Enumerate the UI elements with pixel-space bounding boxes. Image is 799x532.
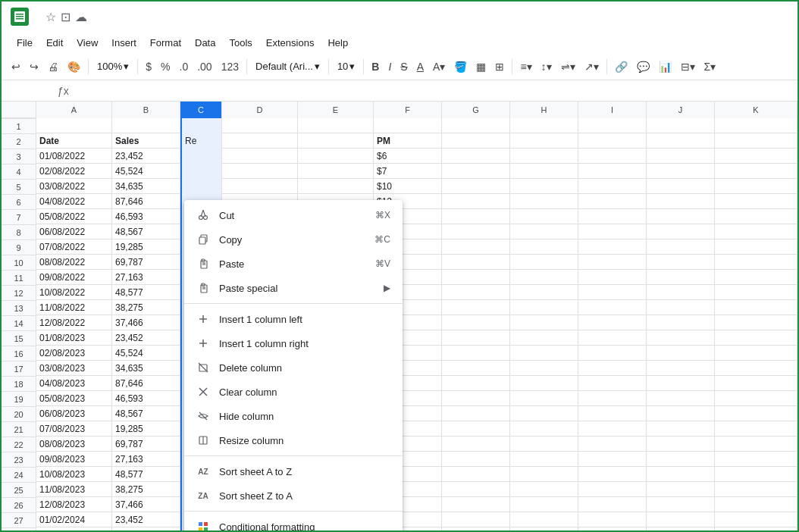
cell-r17-J[interactable]	[647, 361, 715, 376]
cell-r17-K[interactable]	[715, 361, 797, 376]
cell-r2-K[interactable]	[715, 133, 797, 149]
cell-r2-B[interactable]: Sales	[112, 133, 180, 149]
cell-r6-H[interactable]	[510, 194, 578, 209]
cell-r8-G[interactable]	[442, 224, 510, 239]
cell-r4-J[interactable]	[647, 164, 715, 179]
history-icon[interactable]: ☁	[75, 10, 87, 24]
cell-r27-I[interactable]	[578, 512, 647, 527]
cell-r17-I[interactable]	[578, 361, 647, 376]
menu-help[interactable]: Help	[321, 36, 354, 50]
menu-format[interactable]: Format	[144, 36, 187, 50]
cell-r5-I[interactable]	[578, 179, 647, 194]
cell-r2-J[interactable]	[647, 133, 715, 149]
cell-r21-H[interactable]	[510, 421, 578, 437]
cell-r17-H[interactable]	[510, 361, 578, 376]
cell-r2-E[interactable]	[298, 133, 374, 149]
cell-r12-I[interactable]	[578, 285, 647, 300]
cell-r23-K[interactable]	[715, 452, 797, 467]
cell-r1-F[interactable]	[374, 118, 442, 133]
cell-r11-J[interactable]	[647, 270, 715, 285]
cell-r4-K[interactable]	[715, 164, 797, 179]
cell-r23-I[interactable]	[578, 452, 647, 467]
cell-r4-E[interactable]	[298, 164, 374, 179]
cell-r17-B[interactable]: 34,635	[112, 361, 180, 376]
cell-r26-H[interactable]	[510, 497, 578, 512]
cell-r14-B[interactable]: 37,466	[112, 315, 180, 330]
undo-button[interactable]: ↩	[8, 58, 24, 75]
cell-r22-A[interactable]: 08/08/2023	[36, 437, 112, 452]
filter-button[interactable]: ⊟▾	[677, 58, 699, 75]
cell-r11-I[interactable]	[578, 270, 647, 285]
col-header-b[interactable]: B	[112, 102, 180, 118]
cell-r23-G[interactable]	[442, 452, 510, 467]
cell-r3-D[interactable]	[222, 149, 298, 164]
cell-r7-G[interactable]	[442, 209, 510, 224]
context-menu-item-insert-col-right[interactable]: Insert 1 column right	[184, 331, 403, 355]
row-header-7[interactable]: 7	[2, 210, 36, 225]
cell-r4-I[interactable]	[578, 164, 647, 179]
cell-r7-K[interactable]	[715, 209, 797, 224]
cell-r23-H[interactable]	[510, 452, 578, 467]
cell-r25-J[interactable]	[647, 482, 715, 497]
cell-r24-A[interactable]: 10/08/2023	[36, 467, 112, 482]
cell-r9-J[interactable]	[647, 239, 715, 255]
row-header-4[interactable]: 4	[2, 164, 36, 180]
cell-r6-I[interactable]	[578, 194, 647, 209]
menu-view[interactable]: View	[70, 36, 104, 50]
cell-r3-I[interactable]	[578, 149, 647, 164]
row-header-14[interactable]: 14	[2, 316, 36, 331]
row-header-16[interactable]: 16	[2, 346, 36, 361]
cell-r2-A[interactable]: Date	[36, 133, 112, 149]
cell-r3-H[interactable]	[510, 149, 578, 164]
cell-r23-B[interactable]: 27,163	[112, 452, 180, 467]
cell-r1-K[interactable]	[715, 118, 797, 133]
move-icon[interactable]: ⊡	[61, 10, 70, 24]
cell-r1-D[interactable]	[222, 118, 298, 133]
cell-r28-A[interactable]: 02/08/2024	[36, 527, 112, 530]
cell-r12-J[interactable]	[647, 285, 715, 300]
cell-r6-G[interactable]	[442, 194, 510, 209]
cell-r18-G[interactable]	[442, 376, 510, 391]
cell-r26-A[interactable]: 12/08/2023	[36, 497, 112, 512]
cell-r15-B[interactable]: 23,452	[112, 330, 180, 346]
context-menu-item-cut[interactable]: Cut⌘X	[184, 203, 403, 227]
cell-r16-G[interactable]	[442, 346, 510, 361]
text-color-button[interactable]: A▾	[429, 58, 449, 75]
cell-r16-K[interactable]	[715, 346, 797, 361]
cell-r24-G[interactable]	[442, 467, 510, 482]
cell-r16-B[interactable]: 45,524	[112, 346, 180, 361]
cell-r1-E[interactable]	[298, 118, 374, 133]
cell-r19-I[interactable]	[578, 391, 647, 406]
cell-r8-K[interactable]	[715, 224, 797, 239]
cell-r1-I[interactable]	[578, 118, 647, 133]
context-menu-item-hide-col[interactable]: Hide column	[184, 404, 403, 428]
cell-r1-G[interactable]	[442, 118, 510, 133]
cell-r18-A[interactable]: 04/08/2023	[36, 376, 112, 391]
cell-r26-K[interactable]	[715, 497, 797, 512]
fill-color-button[interactable]: 🪣	[450, 58, 471, 75]
cell-r11-H[interactable]	[510, 270, 578, 285]
cell-r20-B[interactable]: 48,567	[112, 406, 180, 421]
cell-r15-G[interactable]	[442, 330, 510, 346]
cell-r8-J[interactable]	[647, 224, 715, 239]
cell-r12-A[interactable]: 10/08/2022	[36, 285, 112, 300]
link-button[interactable]: 🔗	[611, 58, 631, 75]
cell-r10-B[interactable]: 69,787	[112, 255, 180, 270]
cell-r15-I[interactable]	[578, 330, 647, 346]
decrease-decimal-button[interactable]: .0	[176, 58, 193, 75]
strikethrough-button[interactable]: S	[396, 58, 411, 75]
context-menu-item-paste[interactable]: Paste⌘V	[184, 252, 403, 276]
menu-extensions[interactable]: Extensions	[260, 36, 321, 50]
cell-r27-J[interactable]	[647, 512, 715, 527]
cell-r27-H[interactable]	[510, 512, 578, 527]
cell-r28-J[interactable]	[647, 527, 715, 530]
star-icon[interactable]: ☆	[45, 10, 56, 24]
context-menu-item-delete-col[interactable]: Delete column	[184, 355, 403, 380]
cell-r13-J[interactable]	[647, 300, 715, 315]
increase-decimal-button[interactable]: .00	[193, 58, 215, 75]
cell-r24-J[interactable]	[647, 467, 715, 482]
cell-r28-K[interactable]	[715, 527, 797, 530]
cell-r5-A[interactable]: 03/08/2022	[36, 179, 112, 194]
cell-r24-H[interactable]	[510, 467, 578, 482]
print-button[interactable]: 🖨	[44, 58, 62, 75]
